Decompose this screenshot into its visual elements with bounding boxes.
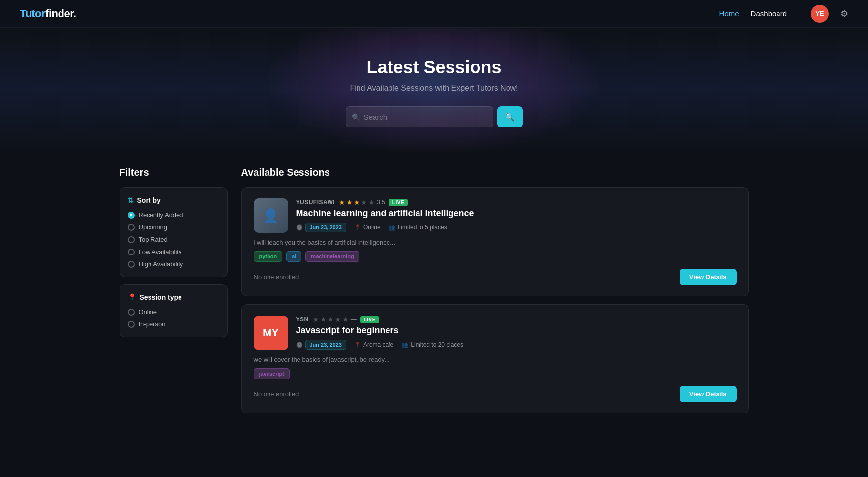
location-text-2: Aroma cafe (363, 341, 393, 348)
date-badge-2: Jun 23, 2023 (305, 340, 346, 350)
session-type-radio-group: Online In-person (128, 308, 219, 328)
main-content: Filters ⇅ Sort by Recently Added Upcomin… (90, 152, 778, 436)
view-details-button-1[interactable]: View Details (680, 269, 737, 285)
session-date-1: 🕐 Jun 23, 2023 (296, 223, 346, 232)
session-tags-1: python ai machinelearning (254, 251, 737, 262)
star-2-4: ★ (335, 316, 341, 323)
avatar[interactable]: YE (811, 5, 829, 23)
sessions-section: Available Sessions YUSUFISAWI ★ ★ ★ ★ ★ … (241, 167, 749, 421)
search-bar: 🔍 🔍 (10, 106, 858, 127)
location-icon: 📍 (128, 293, 136, 301)
logo[interactable]: Tutorfinder. (20, 7, 76, 20)
view-details-button-2[interactable]: View Details (680, 386, 737, 402)
radio-online (128, 309, 135, 316)
session-card-2: MY YSN ★ ★ ★ ★ ★ — LIVE J (241, 304, 749, 413)
live-badge-1: LIVE (389, 199, 408, 206)
session-type-online[interactable]: Online (128, 308, 219, 316)
session-capacity-1: 👥 Limited to 5 places (389, 224, 447, 231)
tutor-row-2: YSN ★ ★ ★ ★ ★ — LIVE (296, 316, 737, 323)
sidebar-title: Filters (120, 167, 228, 178)
stars-2: ★ ★ ★ ★ ★ — (313, 316, 357, 323)
sort-radio-high-availability (128, 261, 135, 268)
session-date-2: 🕐 Jun 23, 2023 (296, 340, 346, 350)
sort-label-high-availability: High Availability (139, 260, 183, 268)
sort-option-low-availability[interactable]: Low Availability (128, 248, 219, 255)
sort-icon: ⇅ (128, 196, 134, 204)
session-info-1: YUSUFISAWI ★ ★ ★ ★ ★ 3.5 LIVE Machine le… (296, 198, 737, 232)
session-card: YUSUFISAWI ★ ★ ★ ★ ★ 3.5 LIVE Machine le… (241, 187, 749, 296)
enrolled-text-1: No one enrolled (254, 273, 299, 281)
location-text-1: Online (363, 224, 381, 231)
tutor-name-2: YSN (296, 316, 309, 323)
clock-icon-2: 🕐 (296, 342, 303, 348)
tutor-avatar-2: MY (254, 316, 288, 350)
tag-ai: ai (286, 251, 301, 262)
rating-2: — (351, 316, 357, 323)
star-1-4: ★ (361, 198, 367, 206)
sort-by-title: ⇅ Sort by (128, 196, 219, 204)
sort-radio-top-rated (128, 236, 135, 243)
star-2-5: ★ (342, 316, 349, 323)
session-type-in-person[interactable]: In-person (128, 320, 219, 328)
nav-right: Home Dashboard YE ⚙ (719, 5, 848, 23)
tutor-name-1: YUSUFISAWI (296, 199, 335, 206)
tag-python: python (254, 251, 283, 262)
session-location-1: 📍 Online (354, 224, 381, 231)
session-type-title: 📍 Session type (128, 293, 219, 301)
navbar: Tutorfinder. Home Dashboard YE ⚙ (0, 0, 868, 28)
session-meta-1: 🕐 Jun 23, 2023 📍 Online 👥 Limited to 5 p… (296, 223, 737, 232)
search-button[interactable]: 🔍 (497, 106, 523, 127)
search-input-wrap: 🔍 (346, 106, 493, 127)
tag-javascript: javascript (254, 368, 290, 379)
session-meta-2: 🕐 Jun 23, 2023 📍 Aroma cafe 👥 Limited to… (296, 340, 737, 350)
nav-dashboard[interactable]: Dashboard (751, 9, 787, 18)
sort-option-top-rated[interactable]: Top Rated (128, 236, 219, 243)
star-1-3: ★ (354, 198, 360, 206)
logo-finder: finder. (45, 7, 76, 20)
sort-label-recently-added: Recently Added (139, 211, 183, 219)
session-header-2: MY YSN ★ ★ ★ ★ ★ — LIVE J (254, 316, 737, 350)
session-capacity-2: 👥 Limited to 20 places (401, 341, 463, 348)
rating-1: 3.5 (377, 199, 385, 206)
star-2-3: ★ (328, 316, 334, 323)
session-footer-1: No one enrolled View Details (254, 269, 737, 285)
sidebar: Filters ⇅ Sort by Recently Added Upcomin… (120, 167, 228, 421)
nav-divider (799, 8, 799, 20)
logo-tutor: Tutor (20, 7, 45, 20)
hero-section: Latest Sessions Find Available Sessions … (0, 28, 868, 152)
sort-option-recently-added[interactable]: Recently Added (128, 211, 219, 219)
session-title-2: Javascript for beginners (296, 325, 737, 336)
tag-machinelearning: machinelearning (305, 251, 359, 262)
pin-icon-1: 📍 (354, 224, 361, 231)
session-header-1: YUSUFISAWI ★ ★ ★ ★ ★ 3.5 LIVE Machine le… (254, 198, 737, 233)
tutor-avatar-1 (254, 198, 288, 233)
gear-icon[interactable]: ⚙ (840, 8, 848, 19)
search-icon: 🔍 (352, 113, 360, 121)
hero-subtitle: Find Available Sessions with Expert Tuto… (10, 84, 858, 93)
sort-option-high-availability[interactable]: High Availability (128, 260, 219, 268)
label-online: Online (139, 308, 157, 316)
session-title-1: Machine learning and artificial intellig… (296, 208, 737, 219)
people-icon-1: 👥 (389, 224, 395, 231)
sort-label-low-availability: Low Availability (139, 248, 182, 255)
label-in-person: In-person (139, 320, 166, 328)
live-badge-2: LIVE (360, 316, 379, 323)
session-footer-2: No one enrolled View Details (254, 386, 737, 402)
star-2-1: ★ (313, 316, 319, 323)
stars-1: ★ ★ ★ ★ ★ 3.5 (339, 198, 385, 206)
session-desc-2: we will cover the basics of javascript, … (254, 356, 737, 363)
tutor-row-1: YUSUFISAWI ★ ★ ★ ★ ★ 3.5 LIVE (296, 198, 737, 206)
session-tags-2: javascript (254, 368, 737, 379)
capacity-text-1: Limited to 5 places (398, 224, 447, 231)
radio-in-person (128, 321, 135, 328)
sort-option-upcoming[interactable]: Upcoming (128, 223, 219, 231)
sort-label-top-rated: Top Rated (139, 236, 168, 243)
nav-home[interactable]: Home (719, 9, 739, 18)
search-input[interactable] (346, 106, 493, 127)
star-1-1: ★ (339, 198, 345, 206)
star-1-2: ★ (346, 198, 353, 206)
enrolled-text-2: No one enrolled (254, 390, 299, 398)
capacity-text-2: Limited to 20 places (411, 341, 463, 348)
session-info-2: YSN ★ ★ ★ ★ ★ — LIVE Javascript for begi… (296, 316, 737, 350)
sort-radio-upcoming (128, 224, 135, 231)
